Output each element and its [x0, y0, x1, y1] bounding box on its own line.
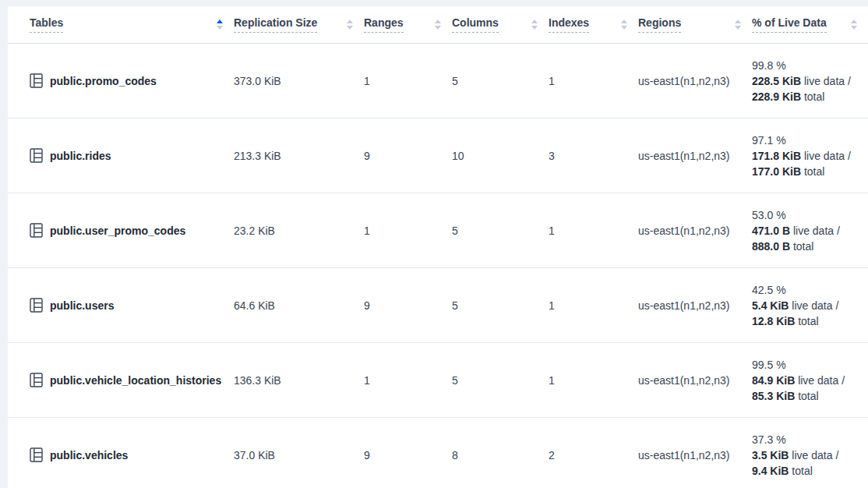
database-tables-table: Tables Replication Size Ranges	[8, 6, 868, 488]
replication-size-cell: 373.0 KiB	[234, 44, 364, 118]
live-data-size: 84.9 KiB live data /	[752, 373, 868, 388]
table-row[interactable]: public.users 64.6 KiB 9 5 1 us-east1(n1,…	[8, 268, 868, 343]
column-header-live-data[interactable]: % of Live Data	[752, 6, 868, 44]
columns-cell: 5	[452, 343, 549, 418]
columns-cell: 5	[452, 44, 549, 118]
replication-size-cell: 37.0 KiB	[234, 418, 364, 488]
table-row[interactable]: public.vehicle_location_histories 136.3 …	[8, 343, 868, 418]
column-header-label: % of Live Data	[752, 16, 827, 33]
total-data-size: 85.3 KiB total	[752, 388, 868, 404]
live-data-cell: 97.1 % 171.8 KiB live data / 177.0 KiB t…	[752, 118, 868, 193]
ranges-cell: 1	[364, 343, 452, 418]
live-data-percent: 53.0 %	[752, 207, 868, 223]
live-data-size: 471.0 B live data /	[752, 223, 868, 239]
total-data-size: 9.4 KiB total	[752, 463, 868, 479]
table-name-link[interactable]: public.vehicles	[50, 449, 128, 461]
columns-cell: 10	[452, 118, 549, 193]
table-icon	[30, 223, 43, 238]
sort-arrows-icon	[851, 19, 857, 30]
column-header-indexes[interactable]: Indexes	[549, 6, 638, 44]
table-name-cell: public.user_promo_codes	[8, 193, 234, 268]
columns-cell: 8	[452, 418, 549, 488]
live-data-size: 5.4 KiB live data /	[752, 298, 868, 313]
sort-arrows-icon	[217, 19, 223, 30]
table-body: public.promo_codes 373.0 KiB 1 5 1 us-ea…	[8, 44, 868, 488]
table-name-cell: public.users	[8, 268, 234, 343]
tables-panel: Tables Replication Size Ranges	[8, 6, 868, 488]
indexes-cell: 3	[549, 118, 638, 193]
total-data-size: 12.8 KiB total	[752, 313, 868, 329]
live-data-percent: 99.8 %	[752, 58, 868, 73]
table-row[interactable]: public.rides 213.3 KiB 9 10 3 us-east1(n…	[8, 118, 868, 193]
table-name-cell: public.vehicles	[8, 418, 234, 488]
column-header-tables[interactable]: Tables	[8, 6, 234, 44]
table-icon	[30, 447, 43, 462]
column-header-label: Regions	[638, 16, 681, 33]
regions-cell: us-east1(n1,n2,n3)	[638, 118, 752, 193]
table-name-link[interactable]: public.vehicle_location_histories	[50, 374, 221, 387]
column-header-regions[interactable]: Regions	[638, 6, 752, 44]
total-data-size: 177.0 KiB total	[752, 164, 868, 179]
live-data-size: 228.5 KiB live data /	[752, 73, 868, 89]
live-data-cell: 37.3 % 3.5 KiB live data / 9.4 KiB total	[752, 418, 868, 488]
column-header-label: Tables	[30, 16, 63, 33]
table-icon	[30, 73, 43, 88]
column-header-label: Indexes	[549, 16, 589, 33]
live-data-size: 3.5 KiB live data /	[752, 447, 868, 463]
live-data-size: 171.8 KiB live data /	[752, 148, 868, 164]
sort-arrows-icon	[347, 19, 353, 30]
sort-arrows-icon	[435, 19, 441, 30]
table-name-link[interactable]: public.users	[50, 299, 114, 312]
ranges-cell: 1	[364, 193, 452, 268]
table-name-link[interactable]: public.rides	[50, 150, 111, 162]
total-data-size: 888.0 B total	[752, 239, 868, 254]
table-name-link[interactable]: public.promo_codes	[50, 75, 157, 87]
column-header-label: Ranges	[364, 16, 404, 33]
ranges-cell: 9	[364, 268, 452, 343]
ranges-cell: 9	[364, 118, 452, 193]
live-data-percent: 97.1 %	[752, 133, 868, 148]
sort-arrows-icon	[621, 19, 627, 30]
replication-size-cell: 64.6 KiB	[234, 268, 364, 343]
live-data-cell: 53.0 % 471.0 B live data / 888.0 B total	[752, 193, 868, 268]
columns-cell: 5	[452, 193, 549, 268]
table-icon	[30, 373, 43, 387]
sort-arrows-icon	[735, 19, 741, 30]
table-icon	[30, 148, 43, 163]
regions-cell: us-east1(n1,n2,n3)	[638, 268, 752, 343]
indexes-cell: 1	[549, 193, 638, 268]
live-data-percent: 37.3 %	[752, 432, 868, 447]
replication-size-cell: 136.3 KiB	[234, 343, 364, 418]
regions-cell: us-east1(n1,n2,n3)	[638, 44, 752, 118]
regions-cell: us-east1(n1,n2,n3)	[638, 343, 752, 418]
indexes-cell: 2	[549, 418, 638, 488]
table-name-link[interactable]: public.user_promo_codes	[50, 225, 185, 237]
live-data-cell: 99.5 % 84.9 KiB live data / 85.3 KiB tot…	[752, 343, 868, 418]
live-data-cell: 42.5 % 5.4 KiB live data / 12.8 KiB tota…	[752, 268, 868, 343]
column-header-label: Replication Size	[234, 16, 317, 33]
column-header-ranges[interactable]: Ranges	[364, 6, 452, 44]
column-header-columns[interactable]: Columns	[452, 6, 549, 44]
replication-size-cell: 23.2 KiB	[234, 193, 364, 268]
ranges-cell: 9	[364, 418, 452, 488]
total-data-size: 228.9 KiB total	[752, 89, 868, 104]
sort-arrows-icon	[531, 19, 538, 30]
ranges-cell: 1	[364, 44, 452, 118]
table-name-cell: public.promo_codes	[8, 44, 234, 118]
live-data-percent: 99.5 %	[752, 357, 868, 373]
regions-cell: us-east1(n1,n2,n3)	[638, 193, 752, 268]
live-data-cell: 99.8 % 228.5 KiB live data / 228.9 KiB t…	[752, 44, 868, 118]
table-row[interactable]: public.vehicles 37.0 KiB 9 8 2 us-east1(…	[8, 418, 868, 488]
table-name-cell: public.rides	[8, 118, 234, 193]
regions-cell: us-east1(n1,n2,n3)	[638, 418, 752, 488]
indexes-cell: 1	[549, 343, 638, 418]
live-data-percent: 42.5 %	[752, 282, 868, 298]
table-header-row: Tables Replication Size Ranges	[8, 6, 868, 44]
table-row[interactable]: public.promo_codes 373.0 KiB 1 5 1 us-ea…	[8, 44, 868, 118]
table-icon	[30, 298, 43, 313]
replication-size-cell: 213.3 KiB	[234, 118, 364, 193]
indexes-cell: 1	[549, 44, 638, 118]
table-row[interactable]: public.user_promo_codes 23.2 KiB 1 5 1 u…	[8, 193, 868, 268]
indexes-cell: 1	[549, 268, 638, 343]
column-header-replication-size[interactable]: Replication Size	[234, 6, 364, 44]
